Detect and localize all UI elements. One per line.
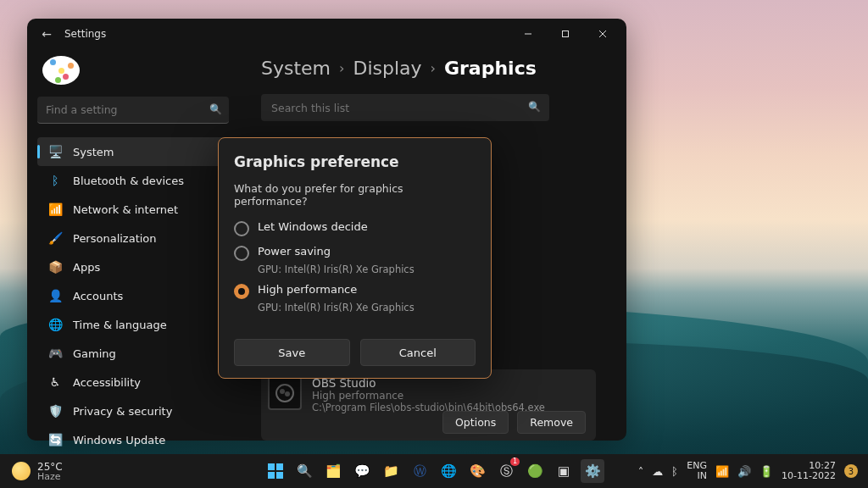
chat-icon[interactable]: 💬 (350, 459, 374, 483)
dialog-save-button[interactable]: Save (234, 339, 350, 366)
radio-icon (234, 221, 249, 236)
list-search-input[interactable] (261, 94, 549, 121)
file-explorer-icon[interactable]: 📁 (379, 459, 403, 483)
dialog-option-0[interactable]: Let Windows decide (234, 216, 476, 241)
breadcrumb-display[interactable]: Display (353, 58, 421, 79)
sidebar-item-icon: 🌐 (47, 318, 63, 331)
sidebar-item-time-language[interactable]: 🌐Time & language (37, 310, 229, 339)
sidebar-item-icon: 🛡️ (47, 404, 63, 418)
start-button[interactable] (264, 459, 287, 483)
breadcrumb: System › Display › Graphics (261, 58, 604, 79)
svg-point-4 (276, 385, 293, 402)
settings-window: ← Settings 🔍 🖥️SystemᛒBluetooth & device… (27, 19, 626, 441)
edge-icon[interactable]: 🟢 (523, 459, 547, 483)
sidebar-item-windows-update[interactable]: 🔄Windows Update (37, 425, 229, 454)
app-pref: High performance (312, 390, 545, 402)
skype-icon[interactable]: Ⓢ 1 (494, 459, 518, 483)
sidebar-item-icon: ᛒ (47, 174, 63, 187)
svg-rect-1 (563, 31, 569, 37)
sidebar-item-icon: 🖥️ (47, 145, 63, 158)
option-sublabel: GPU: Intel(R) Iris(R) Xe Graphics (258, 302, 476, 313)
notification-count[interactable]: 3 (844, 464, 858, 478)
tray-chevron-up-icon[interactable]: ˄ (638, 465, 644, 478)
chevron-right-icon: › (339, 60, 344, 76)
lang-secondary: IN (687, 471, 707, 481)
paint-icon[interactable]: 🎨 (465, 459, 489, 483)
battery-icon[interactable]: 🔋 (760, 465, 773, 478)
breadcrumb-system[interactable]: System (261, 58, 331, 79)
graphics-preference-dialog: Graphics preference What do you prefer f… (218, 137, 492, 379)
sidebar-item-icon: 🎮 (47, 347, 63, 360)
sidebar-item-system[interactable]: 🖥️System (37, 137, 229, 166)
weather-widget[interactable]: 25°C Haze (0, 462, 75, 481)
bluetooth-icon[interactable]: ᛒ (671, 465, 678, 478)
titlebar: ← Settings (27, 19, 626, 49)
language-indicator[interactable]: ENG IN (687, 461, 707, 481)
sidebar: 🔍 🖥️SystemᛒBluetooth & devices📶Network &… (27, 49, 239, 441)
sidebar-item-icon: 📦 (47, 260, 63, 274)
sidebar-item-label: Personalization (73, 232, 157, 245)
chrome-icon[interactable]: 🌐 (437, 459, 460, 483)
app-options-button[interactable]: Options (442, 411, 509, 434)
skype-badge: 1 (510, 458, 520, 466)
word-icon[interactable]: Ⓦ (408, 459, 431, 483)
weather-cond: Haze (37, 472, 63, 481)
sidebar-item-icon: 🖌️ (47, 231, 63, 245)
wifi-icon[interactable]: 📶 (715, 465, 729, 478)
find-setting-input[interactable] (37, 97, 229, 124)
system-tray: ˄ ☁ ᛒ ENG IN 📶 🔊 🔋 10:27 10-11-2022 3 (628, 461, 868, 481)
dialog-question: What do you prefer for graphics performa… (234, 182, 476, 208)
sidebar-item-bluetooth-devices[interactable]: ᛒBluetooth & devices (37, 166, 229, 195)
svg-point-6 (285, 391, 290, 396)
sidebar-item-personalization[interactable]: 🖌️Personalization (37, 224, 229, 252)
dialog-options: Let Windows decidePower savingGPU: Intel… (234, 216, 476, 313)
sidebar-item-network-internet[interactable]: 📶Network & internet (37, 195, 229, 224)
sidebar-item-privacy-security[interactable]: 🛡️Privacy & security (37, 396, 229, 425)
chevron-right-icon: › (431, 60, 436, 76)
sidebar-item-gaming[interactable]: 🎮Gaming (37, 339, 229, 368)
dialog-option-2[interactable]: High performance (234, 279, 476, 303)
dialog-option-1[interactable]: Power saving (234, 241, 476, 265)
maximize-button[interactable] (547, 21, 584, 47)
sidebar-item-apps[interactable]: 📦Apps (37, 252, 229, 281)
window-title: Settings (64, 28, 106, 40)
dialog-title: Graphics preference (234, 153, 476, 170)
sidebar-item-accessibility[interactable]: ♿Accessibility (37, 368, 229, 396)
app-card-obs[interactable]: OBS Studio High performance C:\Program F… (261, 369, 596, 441)
settings-taskbar-icon[interactable]: ⚙️ (581, 459, 604, 483)
breadcrumb-current: Graphics (444, 58, 537, 79)
app-icon[interactable]: ▣ (552, 459, 576, 483)
minimize-button[interactable] (509, 21, 547, 47)
sidebar-item-label: System (73, 146, 114, 158)
option-label: Let Windows decide (258, 220, 368, 233)
sidebar-item-label: Apps (73, 261, 100, 274)
option-label: Power saving (258, 245, 331, 258)
sidebar-item-label: Network & internet (73, 203, 178, 216)
back-button[interactable]: ← (39, 27, 54, 41)
taskbar: 25°C Haze 🔍 🗂️ 💬 📁 Ⓦ 🌐 🎨 Ⓢ 1 🟢 ▣ ⚙️ ˄ ☁ … (0, 454, 868, 488)
close-button[interactable] (584, 21, 621, 47)
search-icon: 🔍 (528, 101, 541, 113)
sidebar-item-icon: ♿ (47, 375, 63, 389)
taskbar-search-icon[interactable]: 🔍 (292, 459, 316, 483)
sidebar-item-accounts[interactable]: 👤Accounts (37, 281, 229, 310)
sidebar-item-label: Accounts (73, 290, 123, 302)
sidebar-item-label: Time & language (73, 319, 167, 331)
option-label: High performance (258, 283, 357, 296)
app-remove-button[interactable]: Remove (517, 411, 586, 434)
volume-icon[interactable]: 🔊 (737, 465, 751, 478)
radio-icon (234, 246, 249, 261)
taskbar-center: 🔍 🗂️ 💬 📁 Ⓦ 🌐 🎨 Ⓢ 1 🟢 ▣ ⚙️ (264, 459, 604, 483)
sidebar-item-label: Privacy & security (73, 405, 172, 418)
sidebar-item-icon: 👤 (47, 289, 63, 302)
sidebar-item-label: Windows Update (73, 434, 165, 446)
user-avatar[interactable] (42, 56, 80, 85)
list-search: 🔍 (261, 94, 549, 121)
task-view-icon[interactable]: 🗂️ (321, 459, 345, 483)
onedrive-icon[interactable]: ☁ (652, 465, 663, 478)
find-setting: 🔍 (37, 97, 229, 124)
option-sublabel: GPU: Intel(R) Iris(R) Xe Graphics (258, 263, 476, 275)
dialog-cancel-button[interactable]: Cancel (360, 339, 476, 366)
clock[interactable]: 10:27 10-11-2022 (782, 461, 836, 481)
sidebar-item-icon: 🔄 (47, 433, 63, 446)
